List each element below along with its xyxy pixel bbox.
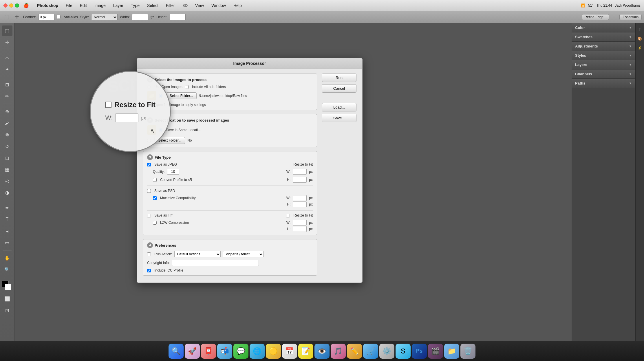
save-jpeg-checkbox[interactable]: [147, 163, 151, 166]
jpeg-h-input[interactable]: [293, 177, 307, 183]
dock-folder[interactable]: 📁: [444, 344, 459, 359]
swatches-collapse-icon[interactable]: ▼: [629, 35, 632, 39]
psd-h-input[interactable]: [293, 201, 307, 207]
adjustments-panel-header[interactable]: Adjustments ▼: [572, 42, 635, 51]
paths-collapse-icon[interactable]: ▼: [629, 82, 632, 85]
maximize-compat-checkbox[interactable]: [153, 196, 157, 200]
dock-messages[interactable]: 💬: [233, 344, 248, 359]
quality-input[interactable]: [167, 169, 179, 175]
screen-mode-tool[interactable]: ⊡: [2, 305, 12, 316]
dock-finder[interactable]: 🔍: [169, 344, 184, 359]
cancel-button[interactable]: Cancel: [322, 84, 356, 93]
jpeg-w-input[interactable]: [293, 169, 307, 175]
width-input[interactable]: [132, 14, 148, 20]
pen-tool[interactable]: ✒: [2, 203, 12, 213]
dock-mail[interactable]: 📬: [217, 344, 232, 359]
app-menu-photoshop[interactable]: Photoshop: [35, 3, 60, 8]
resize-tiff-checkbox[interactable]: [286, 214, 290, 217]
load-button[interactable]: Load...: [322, 103, 356, 111]
menu-edit[interactable]: Edit: [78, 3, 89, 8]
copyright-input[interactable]: [172, 260, 259, 266]
zoom-tool[interactable]: 🔍: [2, 264, 12, 275]
dock-media[interactable]: 🎬: [428, 344, 443, 359]
menu-3d[interactable]: 3D: [181, 3, 189, 8]
side-icon-1[interactable]: T: [636, 26, 643, 33]
gradient-tool[interactable]: ▦: [2, 164, 12, 175]
menu-window[interactable]: Window: [210, 3, 228, 8]
tool-option-icon[interactable]: ✛: [13, 13, 21, 21]
menu-select[interactable]: Select: [145, 3, 160, 8]
dock-itunes[interactable]: 🎵: [331, 344, 346, 359]
hand-tool[interactable]: ✋: [2, 253, 12, 263]
dock-photoshop[interactable]: Ps: [412, 344, 427, 359]
include-icc-checkbox[interactable]: [147, 269, 151, 272]
actions-dropdown[interactable]: Default Actions: [174, 251, 221, 257]
layers-collapse-icon[interactable]: ▼: [629, 63, 632, 66]
dock-skype[interactable]: S: [396, 344, 411, 359]
menu-layer[interactable]: Layer: [111, 3, 125, 8]
save-psd-checkbox[interactable]: [147, 189, 151, 193]
run-button[interactable]: Run: [322, 74, 356, 82]
eraser-tool[interactable]: ◻: [2, 153, 12, 163]
menu-image[interactable]: Image: [93, 3, 107, 8]
dock-vectorize[interactable]: ✏️: [347, 344, 362, 359]
menu-view[interactable]: View: [193, 3, 206, 8]
side-icon-2[interactable]: 🎨: [636, 35, 643, 42]
include-subfolders-checkbox[interactable]: [185, 85, 189, 89]
maximize-button[interactable]: [15, 3, 19, 8]
healing-brush-tool[interactable]: ⊕: [2, 106, 12, 117]
channels-collapse-icon[interactable]: ▼: [629, 72, 632, 76]
magnifier-w-input[interactable]: [115, 113, 138, 122]
path-select-tool[interactable]: ◂: [2, 226, 12, 236]
adjustments-collapse-icon[interactable]: ▼: [629, 45, 632, 48]
select-folder-button[interactable]: Select Folder...: [166, 92, 197, 99]
eyedropper-tool[interactable]: ✏: [2, 91, 12, 101]
minimize-button[interactable]: [9, 3, 13, 8]
tiff-w-input[interactable]: [293, 220, 307, 226]
dock-trash[interactable]: 🗑️: [460, 344, 475, 359]
feather-input[interactable]: [39, 14, 54, 20]
psd-w-input[interactable]: [293, 195, 307, 201]
background-color[interactable]: [5, 284, 11, 290]
dock-appstore[interactable]: 🛒: [363, 344, 378, 359]
lzw-checkbox[interactable]: [153, 221, 157, 225]
height-input[interactable]: [170, 14, 186, 20]
dodge-tool[interactable]: ◑: [2, 187, 12, 198]
swap-icon[interactable]: ⇄: [150, 14, 154, 20]
marquee-tool-icon[interactable]: ⬚: [2, 13, 10, 21]
refine-edge-button[interactable]: Refine Edge...: [582, 14, 609, 20]
type-tool[interactable]: T: [2, 214, 12, 225]
brush-tool[interactable]: 🖌: [2, 118, 12, 128]
dock-stickies[interactable]: 📝: [298, 344, 313, 359]
convert-profile-checkbox[interactable]: [153, 178, 157, 182]
menu-help[interactable]: Help: [232, 3, 244, 8]
menu-file[interactable]: File: [64, 3, 74, 8]
menu-type[interactable]: Type: [129, 3, 141, 8]
dock-safari[interactable]: 🌐: [250, 344, 265, 359]
crop-tool[interactable]: ⊡: [2, 79, 12, 90]
menu-filter[interactable]: Filter: [164, 3, 177, 8]
magic-wand-tool[interactable]: ✦: [2, 64, 12, 74]
channels-panel-header[interactable]: Channels ▼: [572, 69, 635, 78]
color-panel-collapse-icon[interactable]: ▼: [629, 26, 632, 29]
layers-panel-header[interactable]: Layers ▼: [572, 60, 635, 69]
history-brush-tool[interactable]: ↺: [2, 141, 12, 151]
clone-stamp-tool[interactable]: ⊗: [2, 129, 12, 140]
dock-eye[interactable]: 👁️: [314, 344, 330, 359]
move-tool[interactable]: ✛: [2, 37, 12, 47]
swatches-panel-header[interactable]: Swatches ▼: [572, 32, 635, 41]
apple-menu[interactable]: 🍎: [23, 3, 29, 8]
tiff-h-input[interactable]: [293, 226, 307, 232]
save-tiff-checkbox[interactable]: [147, 214, 151, 217]
essentials-button[interactable]: Essentials: [619, 14, 642, 20]
close-button[interactable]: [3, 3, 8, 8]
dock-chrome[interactable]: 🟡: [266, 344, 281, 359]
dock-addressbook[interactable]: 📮: [201, 344, 216, 359]
dock-calendar[interactable]: 📅: [282, 344, 297, 359]
shape-tool[interactable]: ▭: [2, 237, 12, 248]
styles-panel-header[interactable]: Styles ▼: [572, 51, 635, 60]
save-button[interactable]: Save...: [322, 114, 356, 122]
select-tool[interactable]: ⬚: [2, 25, 12, 36]
color-panel-header[interactable]: Color ▼: [572, 23, 635, 32]
lasso-tool[interactable]: ⌓: [2, 52, 12, 63]
